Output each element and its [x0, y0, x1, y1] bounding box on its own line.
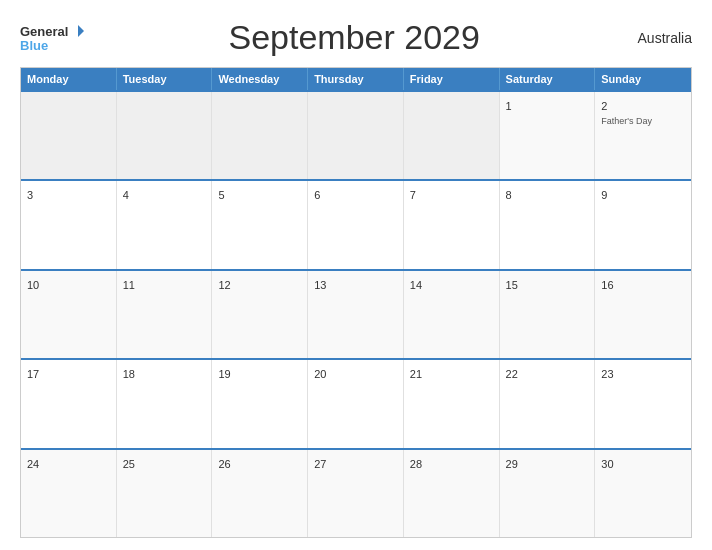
- day-number: 5: [218, 189, 224, 201]
- header-friday: Friday: [404, 68, 500, 90]
- calendar-cell-r0-c4: [404, 92, 500, 179]
- calendar-body: 12Father's Day34567891011121314151617181…: [21, 90, 691, 537]
- day-number: 27: [314, 458, 326, 470]
- calendar-cell-r4-c6: 30: [595, 450, 691, 537]
- day-number: 22: [506, 368, 518, 380]
- calendar-row-2: 10111213141516: [21, 269, 691, 358]
- calendar-cell-r2-c5: 15: [500, 271, 596, 358]
- calendar-cell-r2-c1: 11: [117, 271, 213, 358]
- logo-general-text: General: [20, 25, 68, 38]
- day-number: 14: [410, 279, 422, 291]
- country-label: Australia: [622, 30, 692, 46]
- page-title: September 2029: [86, 18, 622, 57]
- calendar-cell-r3-c3: 20: [308, 360, 404, 447]
- svg-marker-0: [78, 25, 84, 37]
- calendar-cell-r4-c5: 29: [500, 450, 596, 537]
- calendar-cell-r0-c1: [117, 92, 213, 179]
- calendar-cell-r3-c2: 19: [212, 360, 308, 447]
- day-number: 30: [601, 458, 613, 470]
- calendar-cell-r4-c2: 26: [212, 450, 308, 537]
- day-number: 12: [218, 279, 230, 291]
- calendar-cell-r1-c2: 5: [212, 181, 308, 268]
- day-number: 19: [218, 368, 230, 380]
- day-number: 25: [123, 458, 135, 470]
- calendar-cell-r1-c6: 9: [595, 181, 691, 268]
- day-number: 10: [27, 279, 39, 291]
- calendar-row-4: 24252627282930: [21, 448, 691, 537]
- day-number: 23: [601, 368, 613, 380]
- day-number: 20: [314, 368, 326, 380]
- calendar-row-0: 12Father's Day: [21, 90, 691, 179]
- calendar-cell-r4-c1: 25: [117, 450, 213, 537]
- logo-blue-text: Blue: [20, 39, 48, 52]
- calendar-cell-r1-c1: 4: [117, 181, 213, 268]
- calendar-cell-r2-c0: 10: [21, 271, 117, 358]
- calendar-cell-r4-c0: 24: [21, 450, 117, 537]
- calendar-cell-r1-c0: 3: [21, 181, 117, 268]
- header-saturday: Saturday: [500, 68, 596, 90]
- header-monday: Monday: [21, 68, 117, 90]
- day-number: 17: [27, 368, 39, 380]
- header: General Blue September 2029 Australia: [20, 18, 692, 57]
- day-number: 6: [314, 189, 320, 201]
- day-number: 9: [601, 189, 607, 201]
- calendar-cell-r2-c6: 16: [595, 271, 691, 358]
- day-number: 2: [601, 100, 607, 112]
- calendar-cell-r2-c2: 12: [212, 271, 308, 358]
- calendar-cell-r3-c0: 17: [21, 360, 117, 447]
- calendar-row-3: 17181920212223: [21, 358, 691, 447]
- page: General Blue September 2029 Australia Mo…: [0, 0, 712, 550]
- calendar: Monday Tuesday Wednesday Thursday Friday…: [20, 67, 692, 538]
- calendar-cell-r0-c2: [212, 92, 308, 179]
- calendar-cell-r1-c5: 8: [500, 181, 596, 268]
- header-tuesday: Tuesday: [117, 68, 213, 90]
- calendar-header: Monday Tuesday Wednesday Thursday Friday…: [21, 68, 691, 90]
- calendar-cell-r3-c1: 18: [117, 360, 213, 447]
- day-number: 7: [410, 189, 416, 201]
- calendar-cell-r1-c4: 7: [404, 181, 500, 268]
- calendar-cell-r0-c5: 1: [500, 92, 596, 179]
- day-number: 21: [410, 368, 422, 380]
- day-number: 26: [218, 458, 230, 470]
- logo: General Blue: [20, 23, 86, 52]
- calendar-cell-r0-c3: [308, 92, 404, 179]
- day-number: 16: [601, 279, 613, 291]
- header-wednesday: Wednesday: [212, 68, 308, 90]
- day-number: 13: [314, 279, 326, 291]
- calendar-cell-r0-c0: [21, 92, 117, 179]
- day-number: 11: [123, 279, 135, 291]
- calendar-cell-r0-c6: 2Father's Day: [595, 92, 691, 179]
- day-number: 8: [506, 189, 512, 201]
- day-number: 15: [506, 279, 518, 291]
- calendar-cell-r4-c4: 28: [404, 450, 500, 537]
- day-number: 3: [27, 189, 33, 201]
- day-number: 4: [123, 189, 129, 201]
- calendar-cell-r2-c3: 13: [308, 271, 404, 358]
- calendar-cell-r4-c3: 27: [308, 450, 404, 537]
- event-label: Father's Day: [601, 116, 685, 126]
- header-thursday: Thursday: [308, 68, 404, 90]
- calendar-cell-r3-c4: 21: [404, 360, 500, 447]
- day-number: 18: [123, 368, 135, 380]
- header-sunday: Sunday: [595, 68, 691, 90]
- calendar-cell-r3-c5: 22: [500, 360, 596, 447]
- day-number: 1: [506, 100, 512, 112]
- day-number: 28: [410, 458, 422, 470]
- day-number: 24: [27, 458, 39, 470]
- day-number: 29: [506, 458, 518, 470]
- calendar-cell-r1-c3: 6: [308, 181, 404, 268]
- calendar-row-1: 3456789: [21, 179, 691, 268]
- calendar-cell-r3-c6: 23: [595, 360, 691, 447]
- calendar-cell-r2-c4: 14: [404, 271, 500, 358]
- logo-icon: [70, 23, 86, 39]
